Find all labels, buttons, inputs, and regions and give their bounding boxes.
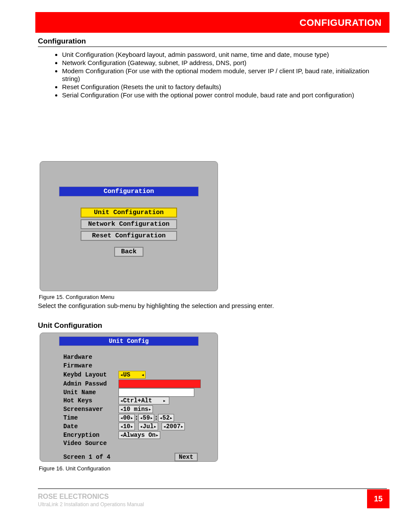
admin-passwd-field[interactable]	[118, 380, 201, 388]
osd-title: Configuration	[59, 187, 199, 196]
lbl-time: Time	[63, 414, 115, 421]
osd-item-unit[interactable]: Unit Configuration	[81, 208, 177, 218]
hotkeys-spinner[interactable]: Ctrl+Alt	[118, 397, 169, 404]
screensaver-spinner[interactable]: 10 mins	[118, 405, 153, 413]
lbl-firmware: Firmware	[63, 362, 115, 369]
date-dd-spinner[interactable]: 10	[118, 423, 134, 430]
list-item: Unit Configuration (Keyboard layout, adm…	[62, 51, 383, 59]
osd-back-button[interactable]: Back	[114, 247, 143, 257]
lbl-hotkeys: Hot Keys	[63, 397, 115, 404]
next-button[interactable]: Next	[174, 453, 198, 461]
chapter-title: CONFIGURATION	[299, 17, 382, 28]
section-underline	[38, 47, 387, 47]
lbl-hardware: Hardware	[63, 354, 115, 361]
osd-item-network[interactable]: Network Configuration	[81, 219, 177, 229]
screen-indicator: Screen 1 of 4	[63, 454, 110, 460]
lbl-saver: Screensaver	[63, 406, 115, 413]
lbl-enc: Encryption	[63, 432, 115, 439]
time-ss-spinner[interactable]: 52	[158, 414, 174, 422]
encryption-spinner[interactable]: Always On	[118, 431, 160, 439]
list-item: Network Configuration (Gateway, subnet, …	[62, 59, 383, 67]
lbl-unit: Unit Name	[63, 389, 115, 396]
list-item: Serial Configuration (For use with the o…	[62, 91, 383, 100]
lbl-admin: Admin Passwd	[63, 380, 115, 387]
configuration-osd: Configuration Unit Configuration Network…	[40, 161, 218, 291]
footer-title: UltraLink 2 Installation and Operations …	[38, 501, 144, 507]
keybd-layout-spinner[interactable]: US	[118, 371, 146, 379]
paragraph: Select the configuration sub-menu by hig…	[38, 302, 387, 310]
lbl-vsrc: Video Source	[63, 440, 115, 447]
unit-name-field[interactable]	[118, 388, 194, 397]
figure-16-caption: Figure 16. Unit Configuration	[39, 465, 110, 472]
config-bullets: Unit Configuration (Keyboard layout, adm…	[52, 51, 383, 100]
footer-rule	[38, 488, 387, 489]
section-title: Configuration	[38, 37, 86, 46]
lbl-date: Date	[63, 423, 115, 430]
page-number: 15	[367, 489, 389, 508]
osd2-title: Unit Config	[59, 336, 199, 346]
time-hh-spinner[interactable]: 00	[118, 414, 134, 422]
unit-config-osd: Unit Config Hardware Firmware Keybd Layo…	[40, 333, 218, 462]
date-mon-spinner[interactable]: Jul	[138, 423, 158, 430]
lbl-keybd: Keybd Layout	[63, 371, 115, 378]
footer-brand: ROSE ELECTRONICS	[38, 493, 109, 501]
figure-15-caption: Figure 15. Configuration Menu	[39, 294, 115, 300]
list-item: Reset Configuration (Resets the unit to …	[62, 83, 383, 91]
osd-item-reset[interactable]: Reset Configuration	[81, 231, 177, 241]
subsection-title: Unit Configuration	[38, 321, 102, 330]
chapter-banner: CONFIGURATION	[35, 12, 389, 33]
time-mm-spinner[interactable]: 59	[138, 414, 154, 422]
date-yyyy-spinner[interactable]: 2007	[162, 423, 185, 430]
list-item: Modem Configuration (For use with the op…	[62, 67, 383, 84]
